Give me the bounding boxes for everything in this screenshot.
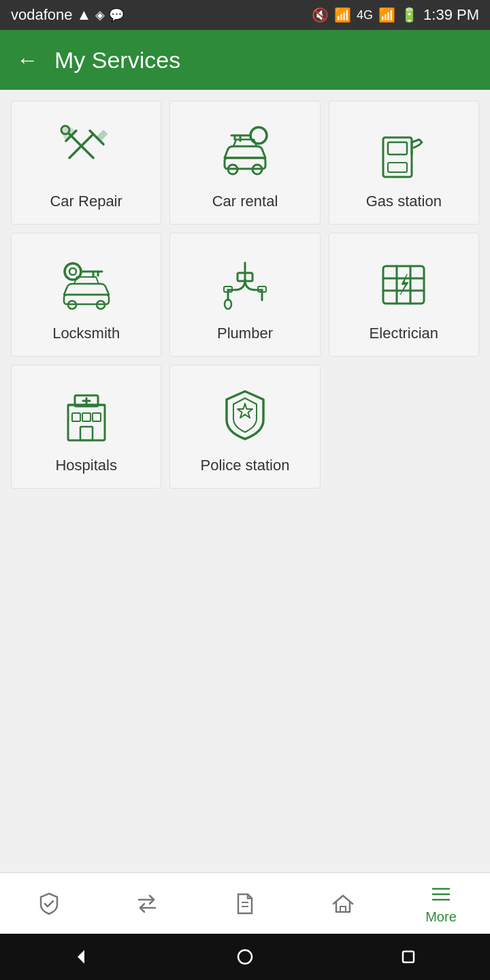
car-repair-label: Car Repair [50,193,122,210]
svg-rect-41 [72,413,80,421]
police-station-label: Police station [201,457,290,474]
service-card-plumber[interactable]: Plumber [169,233,320,357]
signal-icon: 📶 [378,7,395,23]
back-button[interactable]: ← [16,48,38,73]
battery-icon: 🔋 [401,7,418,23]
svg-rect-22 [64,295,109,304]
services-grid: Car Repair Car rental [11,101,479,489]
android-home-button[interactable] [235,947,255,966]
nav-item-home[interactable] [316,892,370,916]
svg-rect-10 [225,158,265,169]
svg-point-18 [69,268,76,275]
nav-item-document[interactable] [218,892,272,916]
electrician-label: Electrician [370,325,438,342]
sim-icon: ◈ [95,7,105,22]
svg-rect-44 [80,427,93,440]
svg-marker-46 [238,404,252,418]
gas-station-label: Gas station [366,193,442,210]
service-card-car-rental[interactable]: Car rental [169,101,320,225]
nav-item-shield[interactable] [22,892,76,916]
mute-icon: 🔇 [312,7,329,23]
android-nav-bar [0,934,490,980]
svg-rect-57 [403,951,414,962]
gas-station-icon [373,120,434,182]
car-rental-icon [214,120,276,182]
electrician-icon [373,252,434,314]
app-bar: ← My Services [0,30,490,90]
status-left: vodafone ▲ ◈ 💬 [11,6,124,24]
svg-point-6 [250,127,267,144]
plumber-icon [214,252,276,314]
home-nav-icon [331,892,355,916]
message-icon: 💬 [109,7,124,22]
service-card-locksmith[interactable]: Locksmith [11,233,161,357]
nav-item-more[interactable]: More [414,882,468,925]
svg-rect-37 [68,405,105,440]
svg-rect-43 [82,413,91,421]
nav-item-transfer[interactable] [120,892,174,916]
shield-nav-icon [37,892,61,916]
service-card-electrician[interactable]: Electrician [329,233,479,357]
transfer-nav-icon [135,892,159,916]
locksmith-icon [56,252,117,314]
services-content: Car Repair Car rental [0,90,490,872]
status-bar: vodafone ▲ ◈ 💬 🔇 📶 4G 📶 🔋 1:39 PM [0,0,490,30]
locksmith-label: Locksmith [52,325,120,342]
page-title: My Services [54,47,180,74]
plumber-label: Plumber [217,325,273,342]
more-nav-icon [429,882,453,906]
hospitals-icon [56,385,117,446]
svg-rect-14 [388,142,407,154]
wifi-icon: 📶 [334,7,351,23]
svg-marker-5 [97,131,107,141]
more-nav-label: More [425,909,457,925]
police-station-icon [214,385,276,446]
time-text: 1:39 PM [423,6,479,24]
bottom-nav: More [0,872,490,934]
svg-rect-16 [388,163,407,172]
car-repair-icon [56,120,117,182]
svg-marker-55 [78,950,84,964]
service-card-police-station[interactable]: Police station [169,365,320,489]
android-recents-button[interactable] [399,947,418,966]
svg-point-56 [238,950,252,964]
hospitals-label: Hospitals [55,457,116,474]
android-back-button[interactable] [72,947,91,966]
document-nav-icon [233,892,257,916]
network-type: 4G [357,8,373,22]
carrier-text: vodafone [11,6,73,24]
carrier-icon: ▲ [77,6,92,24]
service-card-gas-station[interactable]: Gas station [329,101,479,225]
car-rental-label: Car rental [212,193,278,210]
status-right: 🔇 📶 4G 📶 🔋 1:39 PM [312,6,479,24]
service-card-hospitals[interactable]: Hospitals [11,365,161,489]
service-card-car-repair[interactable]: Car Repair [11,101,161,225]
svg-rect-42 [93,413,101,421]
